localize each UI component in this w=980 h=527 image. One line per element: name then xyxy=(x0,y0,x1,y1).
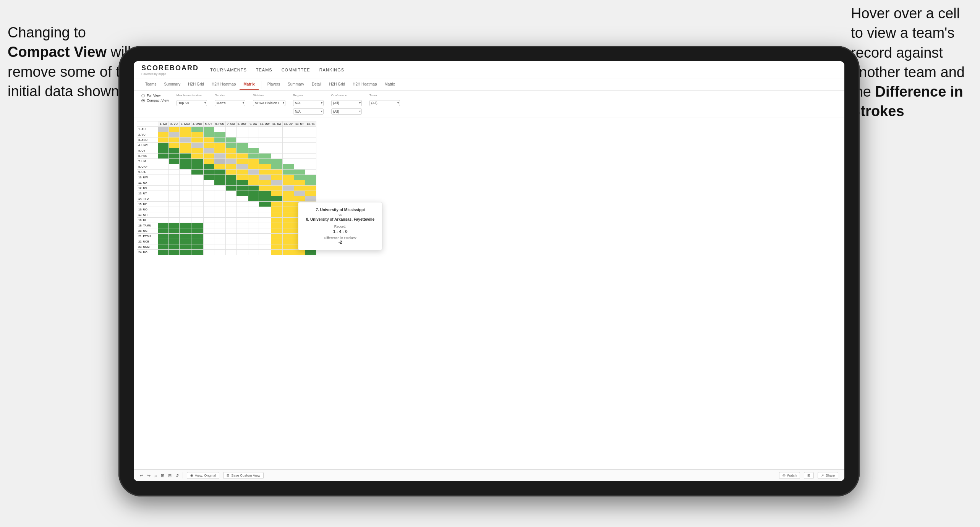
matrix-cell[interactable] xyxy=(271,148,282,154)
matrix-cell[interactable] xyxy=(259,159,271,164)
matrix-cell[interactable] xyxy=(282,250,294,255)
matrix-cell[interactable] xyxy=(305,164,316,170)
matrix-cell[interactable] xyxy=(305,127,316,132)
matrix-cell[interactable] xyxy=(282,148,294,154)
matrix-cell[interactable] xyxy=(259,196,271,202)
matrix-cell[interactable] xyxy=(225,132,236,137)
matrix-cell[interactable] xyxy=(214,239,225,244)
matrix-cell[interactable] xyxy=(203,212,214,218)
filter-max-teams-select[interactable]: Top 50 xyxy=(177,100,207,106)
matrix-cell[interactable] xyxy=(294,191,305,196)
matrix-cell[interactable] xyxy=(225,164,236,170)
matrix-cell[interactable] xyxy=(282,159,294,164)
matrix-cell[interactable] xyxy=(271,186,282,191)
matrix-cell[interactable] xyxy=(259,202,271,207)
matrix-cell[interactable] xyxy=(294,137,305,143)
matrix-cell[interactable] xyxy=(203,228,214,234)
matrix-cell[interactable] xyxy=(214,175,225,180)
matrix-cell[interactable] xyxy=(305,170,316,175)
matrix-cell[interactable] xyxy=(191,175,203,180)
matrix-cell[interactable] xyxy=(203,196,214,202)
matrix-cell[interactable] xyxy=(248,137,259,143)
matrix-cell[interactable] xyxy=(191,170,203,175)
filter-conference-select2[interactable]: (All) xyxy=(331,108,362,115)
matrix-cell[interactable] xyxy=(259,239,271,244)
matrix-cell[interactable] xyxy=(282,127,294,132)
matrix-cell[interactable] xyxy=(191,180,203,186)
matrix-cell[interactable] xyxy=(294,143,305,148)
matrix-cell[interactable] xyxy=(271,250,282,255)
matrix-cell[interactable] xyxy=(203,250,214,255)
matrix-cell[interactable] xyxy=(214,170,225,175)
matrix-cell[interactable] xyxy=(214,164,225,170)
matrix-cell[interactable] xyxy=(180,137,191,143)
matrix-cell[interactable] xyxy=(236,207,248,212)
matrix-cell[interactable] xyxy=(282,186,294,191)
matrix-cell[interactable] xyxy=(248,207,259,212)
matrix-cell[interactable] xyxy=(158,137,169,143)
tab-players-summary[interactable]: Summary xyxy=(284,79,308,90)
matrix-cell[interactable] xyxy=(282,164,294,170)
filter-region-select2[interactable]: N/A xyxy=(293,108,324,115)
matrix-cell[interactable] xyxy=(225,175,236,180)
matrix-cell[interactable] xyxy=(225,202,236,207)
matrix-cell[interactable] xyxy=(271,228,282,234)
matrix-cell[interactable] xyxy=(225,239,236,244)
matrix-cell[interactable] xyxy=(203,175,214,180)
matrix-cell[interactable] xyxy=(248,223,259,228)
matrix-cell[interactable] xyxy=(259,191,271,196)
matrix-cell[interactable] xyxy=(180,218,191,223)
filter-conference-select1[interactable]: (All) xyxy=(331,100,362,106)
matrix-cell[interactable] xyxy=(236,175,248,180)
matrix-cell[interactable] xyxy=(259,170,271,175)
matrix-cell[interactable] xyxy=(259,175,271,180)
matrix-cell[interactable] xyxy=(282,212,294,218)
matrix-cell[interactable] xyxy=(191,148,203,154)
matrix-cell[interactable] xyxy=(282,202,294,207)
toolbar-save-custom[interactable]: ⊞ Save Custom View xyxy=(223,472,264,479)
matrix-cell[interactable] xyxy=(180,244,191,250)
matrix-cell[interactable] xyxy=(305,132,316,137)
matrix-cell[interactable] xyxy=(214,186,225,191)
matrix-cell[interactable] xyxy=(203,148,214,154)
matrix-cell[interactable] xyxy=(294,148,305,154)
filter-region-select1[interactable]: N/A xyxy=(293,100,324,106)
matrix-cell[interactable] xyxy=(158,186,169,191)
matrix-cell[interactable] xyxy=(271,212,282,218)
matrix-cell[interactable] xyxy=(259,207,271,212)
matrix-cell[interactable] xyxy=(203,239,214,244)
toolbar-undo-icon[interactable]: ↩ xyxy=(140,473,143,478)
matrix-cell[interactable] xyxy=(294,132,305,137)
matrix-cell[interactable] xyxy=(214,159,225,164)
matrix-cell[interactable] xyxy=(236,239,248,244)
matrix-cell[interactable] xyxy=(158,223,169,228)
matrix-cell[interactable] xyxy=(282,207,294,212)
matrix-cell[interactable] xyxy=(248,250,259,255)
matrix-cell[interactable] xyxy=(259,223,271,228)
matrix-cell[interactable] xyxy=(214,218,225,223)
matrix-cell[interactable] xyxy=(191,137,203,143)
matrix-cell[interactable] xyxy=(158,148,169,154)
matrix-cell[interactable] xyxy=(225,191,236,196)
matrix-cell[interactable] xyxy=(236,132,248,137)
matrix-cell[interactable] xyxy=(158,191,169,196)
matrix-cell[interactable] xyxy=(236,191,248,196)
matrix-cell[interactable] xyxy=(259,218,271,223)
toolbar-icon6[interactable]: ↺ xyxy=(175,473,179,478)
matrix-cell[interactable] xyxy=(236,212,248,218)
matrix-cell[interactable] xyxy=(259,212,271,218)
matrix-cell[interactable] xyxy=(169,170,180,175)
matrix-cell[interactable] xyxy=(158,244,169,250)
matrix-cell[interactable] xyxy=(225,186,236,191)
matrix-cell[interactable] xyxy=(169,250,180,255)
matrix-cell[interactable] xyxy=(305,143,316,148)
matrix-cell[interactable] xyxy=(191,244,203,250)
matrix-cell[interactable] xyxy=(158,154,169,159)
matrix-cell[interactable] xyxy=(259,154,271,159)
matrix-cell[interactable] xyxy=(236,143,248,148)
matrix-cell[interactable] xyxy=(214,244,225,250)
matrix-cell[interactable] xyxy=(180,148,191,154)
matrix-cell[interactable] xyxy=(259,244,271,250)
matrix-cell[interactable] xyxy=(203,180,214,186)
matrix-cell[interactable] xyxy=(214,223,225,228)
